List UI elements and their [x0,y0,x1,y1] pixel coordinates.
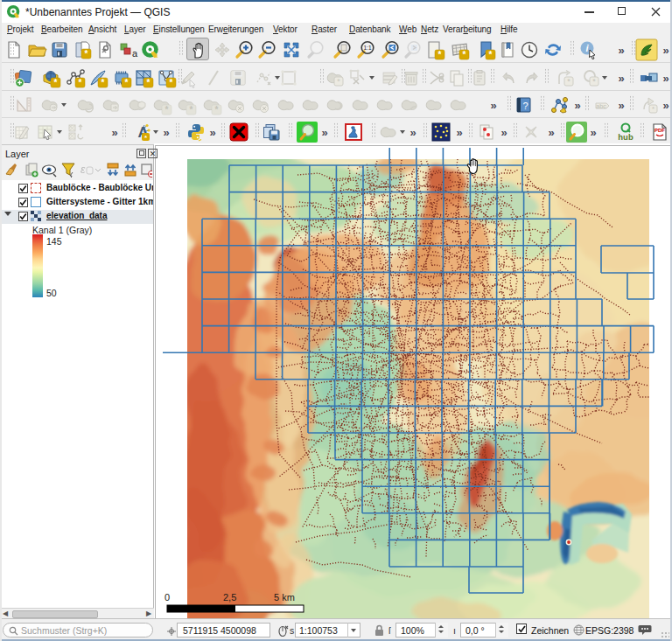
svg-text:*: * [165,105,169,115]
svg-text:*: * [125,78,129,87]
svg-text:*: * [463,50,466,59]
svg-text:»: » [500,126,507,139]
svg-text:*: * [102,78,105,87]
svg-text:*: * [489,50,493,59]
svg-text:*: * [85,49,88,59]
svg-text:*: * [337,77,340,86]
svg-text:PDF: PDF [654,128,665,133]
svg-text:*: * [147,78,150,87]
svg-text:»: » [490,99,496,112]
svg-text:»: » [618,72,624,85]
svg-text:*: * [79,78,82,87]
svg-text:*: * [652,105,654,113]
svg-text:»: » [590,126,596,139]
svg-text:hub: hub [618,132,634,142]
svg-text:»: » [662,72,668,85]
svg-text:ε: ε [80,164,86,176]
svg-text:*: * [592,77,596,86]
svg-text:»: » [548,126,554,139]
svg-text:»: » [209,126,215,139]
svg-text:*: * [170,78,173,87]
svg-text:»: » [662,99,668,112]
svg-text:*: * [567,77,570,86]
svg-text:1:1: 1:1 [363,45,371,51]
svg-text:»: » [410,126,416,139]
svg-text:»: » [163,126,169,139]
svg-text:»: » [321,126,327,139]
svg-text:*: * [190,105,193,115]
svg-text:»: » [111,126,117,139]
svg-text:a: a [132,48,138,59]
svg-text:abc: abc [596,103,606,109]
svg-text:5 km: 5 km [274,592,295,603]
svg-text:»: » [618,44,624,57]
svg-text:*: * [438,50,442,59]
svg-text:2,5: 2,5 [223,592,236,603]
svg-text:*: * [54,78,58,87]
svg-text:0: 0 [164,592,170,603]
svg-text:»: » [574,99,580,112]
svg-text:»: » [618,99,624,112]
svg-text:»: » [456,126,462,139]
svg-text:?: ? [522,101,528,111]
svg-text:»: » [662,44,668,57]
svg-text:*: * [215,105,219,115]
